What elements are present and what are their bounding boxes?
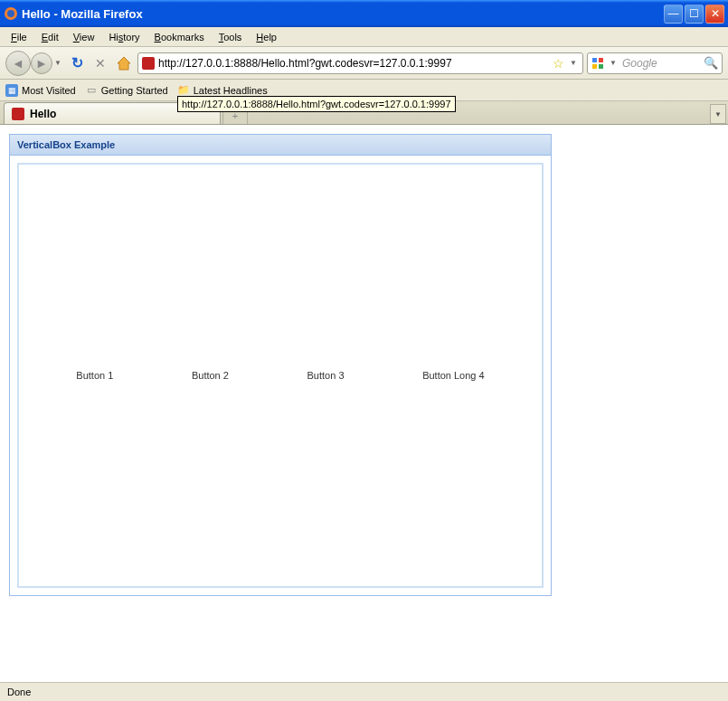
minimize-button[interactable]: — bbox=[664, 5, 683, 24]
button-3[interactable]: Button 3 bbox=[307, 370, 345, 381]
forward-button[interactable]: ► bbox=[31, 52, 52, 74]
search-icon[interactable]: 🔍 bbox=[704, 56, 718, 70]
bookmarks-toolbar: ▦ Most Visited ▭ Getting Started 📁 Lates… bbox=[0, 80, 728, 101]
navigation-toolbar: ◄ ► ▼ ↻ ✕ http://127.0.0.1:8888/Hello.ht… bbox=[0, 47, 728, 80]
tab-title: Hello bbox=[30, 108, 56, 120]
button-container: Button 1 Button 2 Button 3 Button Long 4 bbox=[17, 163, 544, 588]
google-icon bbox=[591, 57, 604, 70]
back-forward-group: ◄ ► ▼ bbox=[5, 51, 63, 76]
menu-help[interactable]: Help bbox=[249, 30, 284, 44]
bookmark-most-visited[interactable]: ▦ Most Visited bbox=[5, 84, 76, 97]
svg-rect-5 bbox=[599, 64, 603, 69]
menubar: File Edit View History Bookmarks Tools H… bbox=[0, 27, 728, 47]
svg-rect-4 bbox=[592, 64, 597, 69]
url-tooltip: http://127.0.0.1:8888/Hello.html?gwt.cod… bbox=[177, 96, 456, 112]
most-visited-icon: ▦ bbox=[5, 84, 18, 97]
search-box[interactable]: ▼ Google 🔍 bbox=[587, 52, 723, 74]
menu-edit[interactable]: Edit bbox=[34, 30, 66, 44]
reload-button[interactable]: ↻ bbox=[67, 53, 87, 73]
folder-icon: 📁 bbox=[177, 84, 190, 97]
bookmark-label: Latest Headlines bbox=[194, 85, 268, 96]
back-button[interactable]: ◄ bbox=[5, 51, 31, 76]
bookmark-latest-headlines[interactable]: 📁 Latest Headlines bbox=[177, 84, 268, 97]
url-input[interactable]: http://127.0.0.1:8888/Hello.html?gwt.cod… bbox=[158, 57, 549, 70]
bookmark-label: Most Visited bbox=[22, 85, 76, 96]
svg-point-1 bbox=[7, 10, 14, 17]
tab-list-dropdown[interactable]: ▼ bbox=[710, 104, 726, 124]
panel-body: Button 1 Button 2 Button 3 Button Long 4 bbox=[10, 156, 551, 595]
menu-bookmarks[interactable]: Bookmarks bbox=[147, 30, 212, 44]
panel-header: VerticalBox Example bbox=[10, 135, 551, 156]
stop-button[interactable]: ✕ bbox=[90, 53, 110, 73]
firefox-icon bbox=[4, 6, 18, 21]
window-buttons: — ☐ ✕ bbox=[664, 5, 724, 24]
window-title: Hello - Mozilla Firefox bbox=[22, 7, 664, 21]
menu-view[interactable]: View bbox=[66, 30, 102, 44]
search-input[interactable]: Google bbox=[622, 57, 700, 70]
url-dropdown[interactable]: ▼ bbox=[568, 59, 579, 67]
site-favicon bbox=[142, 57, 155, 70]
status-text: Done bbox=[7, 687, 31, 697]
button-1[interactable]: Button 1 bbox=[76, 370, 113, 381]
menu-history[interactable]: History bbox=[101, 30, 147, 44]
tab-favicon bbox=[12, 108, 24, 120]
bookmark-star-icon[interactable]: ☆ bbox=[553, 56, 564, 71]
page-content: VerticalBox Example Button 1 Button 2 Bu… bbox=[0, 125, 728, 682]
url-bar[interactable]: http://127.0.0.1:8888/Hello.html?gwt.cod… bbox=[137, 52, 583, 74]
bookmark-label: Getting Started bbox=[101, 85, 168, 96]
maximize-button[interactable]: ☐ bbox=[685, 5, 704, 24]
home-button[interactable] bbox=[114, 53, 134, 73]
history-dropdown[interactable]: ▼ bbox=[52, 59, 63, 67]
button-2[interactable]: Button 2 bbox=[192, 370, 229, 381]
menu-tools[interactable]: Tools bbox=[212, 30, 250, 44]
svg-rect-2 bbox=[592, 58, 597, 62]
bookmark-getting-started[interactable]: ▭ Getting Started bbox=[85, 84, 168, 97]
svg-rect-3 bbox=[599, 58, 603, 62]
button-long-4[interactable]: Button Long 4 bbox=[422, 370, 485, 381]
close-button[interactable]: ✕ bbox=[705, 5, 724, 24]
verticalbox-panel: VerticalBox Example Button 1 Button 2 Bu… bbox=[9, 134, 552, 596]
menu-file[interactable]: File bbox=[4, 30, 34, 44]
search-engine-dropdown[interactable]: ▼ bbox=[608, 59, 619, 67]
window-titlebar: Hello - Mozilla Firefox — ☐ ✕ bbox=[0, 0, 728, 27]
page-icon: ▭ bbox=[85, 84, 98, 97]
status-bar: Done bbox=[0, 682, 728, 701]
